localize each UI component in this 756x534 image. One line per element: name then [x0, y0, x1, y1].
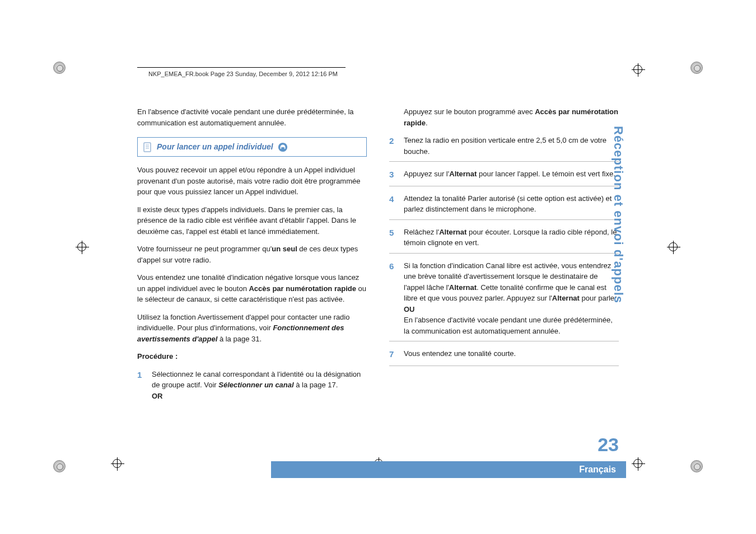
step-4: 4 Attendez la tonalité Parler autorisé (… — [389, 189, 619, 220]
side-section-title: Réception et envoi d'appels — [611, 126, 626, 303]
crop-mark-icon — [690, 62, 703, 74]
paragraph: Il existe deux types d'appels individuel… — [137, 204, 367, 237]
paragraph: Utilisez la fonction Avertissement d'app… — [137, 312, 367, 345]
right-column: Appuyez sur le bouton programmé avec Acc… — [389, 106, 619, 406]
step-6: 6 Si la fonction d'indication Canal libr… — [389, 256, 619, 342]
header-rule — [137, 67, 346, 68]
step-number: 1 — [137, 369, 145, 402]
svg-rect-0 — [144, 143, 151, 152]
page-content: En l'absence d'activité vocale pendant u… — [137, 106, 619, 406]
crop-mark-icon — [690, 460, 703, 472]
language-bar: Français — [271, 461, 626, 478]
paragraph: Vous pouvez recevoir un appel et/ou répo… — [137, 165, 367, 198]
step-5: 5 Relâchez l'Alternat pour écouter. Lors… — [389, 222, 619, 254]
registration-mark-icon — [76, 241, 89, 254]
step-3: 3 Appuyez sur l'Alternat pour lancer l'a… — [389, 164, 619, 186]
step-number: 2 — [389, 135, 397, 157]
step-body: Sélectionnez le canal correspondant à l'… — [152, 369, 367, 402]
steps-list: 2 Tenez la radio en position verticale e… — [389, 135, 619, 366]
step-number: 6 — [389, 260, 397, 337]
heading-label: Pour lancer un appel individuel — [157, 141, 273, 153]
step-number: 3 — [389, 168, 397, 181]
intro-paragraph: En l'absence d'activité vocale pendant u… — [137, 106, 367, 128]
procedure-label: Procédure : — [137, 351, 367, 362]
step-number: 4 — [389, 193, 397, 215]
headset-icon — [278, 142, 288, 152]
step-number: 7 — [389, 348, 397, 361]
step-1: 1 Sélectionnez le canal correspondant à … — [137, 369, 367, 402]
step-7: 7 Vous entendez une tonalité courte. — [389, 344, 619, 366]
left-column: En l'absence d'activité vocale pendant u… — [137, 106, 367, 406]
step-number: 5 — [389, 227, 397, 249]
header-text: NKP_EMEA_FR.book Page 23 Sunday, Decembe… — [148, 71, 338, 77]
registration-mark-icon — [632, 457, 645, 471]
paragraph: Vous entendez une tonalité d'indication … — [137, 272, 367, 305]
registration-mark-icon — [111, 457, 124, 471]
paragraph: Appuyez sur le bouton programmé avec Acc… — [404, 106, 619, 128]
crop-mark-icon — [53, 460, 66, 472]
step-2: 2 Tenez la radio en position verticale e… — [389, 135, 619, 162]
paragraph: Votre fournisseur ne peut programmer qu'… — [137, 243, 367, 265]
section-heading: Pour lancer un appel individuel — [137, 137, 367, 157]
document-icon — [143, 142, 152, 152]
registration-mark-icon — [632, 63, 645, 77]
crop-mark-icon — [53, 62, 66, 74]
registration-mark-icon — [667, 241, 680, 254]
page-number: 23 — [598, 434, 619, 456]
